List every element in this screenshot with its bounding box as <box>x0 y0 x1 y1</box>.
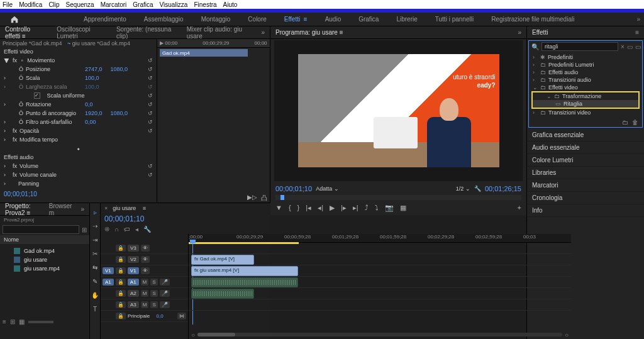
menu-edit[interactable]: Modifica <box>19 1 42 8</box>
track-master[interactable]: 🔒Principale 0,0⋈ <box>101 311 188 322</box>
fx-folder-video-transitions[interactable]: ›🗀Transizioni video <box>529 109 642 116</box>
bin-item[interactable]: Gad ok.mp4 <box>3 247 87 255</box>
fx-volume-row[interactable]: ›fx Volume↺ <box>4 162 153 170</box>
reset-icon[interactable]: ↺ <box>148 75 153 81</box>
effects-search-input[interactable] <box>541 42 618 51</box>
tab-effect-controls[interactable]: Controllo effetti ≡ <box>5 26 48 40</box>
anchor-row[interactable]: Ŏ Punto di ancoraggio1920,0 1080,0↺ <box>4 109 153 118</box>
bin-item[interactable]: giu usare <box>3 255 87 264</box>
reset-icon[interactable]: ↺ <box>148 172 153 178</box>
program-scrub-bar[interactable] <box>275 195 521 200</box>
menu-markers[interactable]: Marcatori <box>101 1 127 8</box>
panel-menu-icon[interactable]: ≡ <box>635 29 639 36</box>
panel-essential-sound[interactable]: Audio essenziale <box>527 142 644 154</box>
track-a2[interactable]: 🔒A2MS🎤 <box>101 288 188 299</box>
menu-graphics[interactable]: Grafica <box>133 1 153 8</box>
step-back-icon[interactable]: ◂| <box>318 204 323 212</box>
scale-row[interactable]: ›Ŏ Scala100,0↺ <box>4 74 153 82</box>
menu-window[interactable]: Finestra <box>194 1 216 8</box>
reset-icon[interactable]: ↺ <box>148 163 153 169</box>
ec-timecode[interactable]: 00;00;01;10 <box>0 189 157 199</box>
track-a3[interactable]: 🔒A3MS🎤 <box>101 299 188 311</box>
fx-subfolder-transform[interactable]: ⌄🗀Trasformazione <box>533 92 638 100</box>
menu-sequence[interactable]: Sequenza <box>66 1 94 8</box>
comparison-view-icon[interactable]: ▦ <box>400 204 406 212</box>
clip-v1[interactable]: fx giu usare.mp4 [V] <box>191 266 298 276</box>
clip-a1[interactable] <box>191 277 298 287</box>
track-a1[interactable]: A1🔒A1MS🎤 <box>101 277 188 288</box>
program-viewport[interactable]: uturo è straordieady? <box>274 40 523 181</box>
tab-lumetri-scopes[interactable]: Oscilloscopi Lumetri <box>57 26 108 40</box>
type-tool[interactable]: T <box>90 304 100 314</box>
app-menu-bar[interactable]: File Modifica Clip Sequenza Marcatori Gr… <box>0 0 644 9</box>
tab-source[interactable]: Sorgente: (nessuna clip) <box>116 26 178 40</box>
reset-icon[interactable]: ↺ <box>148 101 153 108</box>
panel-history[interactable]: Cronologia <box>527 192 644 204</box>
fx-time-remap-row[interactable]: ›fx Modifica tempo <box>4 135 153 144</box>
position-row[interactable]: Ŏ Posizione2747,0 1080,0↺ <box>4 65 153 74</box>
panel-info[interactable]: Info <box>527 204 644 217</box>
list-view-icon[interactable]: ≡ <box>3 318 6 325</box>
project-search-input[interactable] <box>3 225 79 234</box>
wrench-icon[interactable]: 🔧 <box>143 226 151 233</box>
fx-folder-lumetri-presets[interactable]: ›🗀Predefiniti Lumetri <box>529 61 642 69</box>
ws-graphics[interactable]: Grafica <box>358 16 379 23</box>
bin-icon[interactable]: ⊞ <box>82 226 87 233</box>
flicker-row[interactable]: ›Ŏ Filtro anti-sfarfallio0,00↺ <box>4 118 153 126</box>
panel-essential-graphics[interactable]: Grafica essenziale <box>527 129 644 142</box>
icon-view-icon[interactable]: ⊞ <box>10 318 15 325</box>
new-bin-icon[interactable]: 🗀 <box>622 119 628 126</box>
fx-folder-audio-transitions[interactable]: ›🗀Transizioni audio <box>529 76 642 84</box>
tab-program[interactable]: Programma: giu usare ≡ <box>275 29 343 36</box>
selection-tool[interactable]: ▹ <box>90 207 100 217</box>
ws-media-record[interactable]: Registrazione file multimediali <box>491 16 574 23</box>
ws-learning[interactable]: Apprendimento <box>84 16 126 23</box>
ec-clip-bar[interactable]: Gad ok.mp4 <box>160 49 248 57</box>
ws-libraries[interactable]: Librerie <box>396 16 417 23</box>
panel-markers[interactable]: Marcatori <box>527 179 644 192</box>
mark-out-icon[interactable]: } <box>297 204 300 211</box>
fx-channel-volume-row[interactable]: ›fx Volume canale↺ <box>4 170 153 179</box>
play-icon[interactable]: ▶ <box>330 204 335 212</box>
linked-selection-icon[interactable]: ∩ <box>114 226 119 233</box>
button-editor-icon[interactable]: + <box>518 204 521 211</box>
fx-panning-row[interactable]: › Panning <box>4 179 153 188</box>
menu-clip[interactable]: Clip <box>48 1 59 8</box>
track-select-tool[interactable]: ⇢ <box>90 221 100 231</box>
reset-icon[interactable]: ↺ <box>148 92 153 99</box>
program-tc-left[interactable]: 00;00;01;10 <box>275 185 312 192</box>
fit-dropdown[interactable]: Adatta ⌄ <box>316 186 339 192</box>
snap-icon[interactable]: ❊ <box>104 226 109 233</box>
fx-opacity-row[interactable]: ›fx Opacità↺ <box>4 126 153 135</box>
ec-time-ruler[interactable]: ▶ 00;00 00;00;29;29 00;00 <box>157 39 270 48</box>
ws-audio[interactable]: Audio <box>325 16 341 23</box>
tab-media-browser[interactable]: Browser m <box>49 203 72 216</box>
menu-help[interactable]: Aiuto <box>223 1 238 8</box>
ripple-edit-tool[interactable]: ⇥ <box>90 235 100 245</box>
hand-tool[interactable]: ✋ <box>90 290 100 300</box>
ws-editing[interactable]: Montaggio <box>201 16 231 23</box>
delete-icon[interactable]: 🗑 <box>632 119 638 126</box>
track-v1[interactable]: V1🔒V1👁 <box>101 265 188 277</box>
wrench-icon[interactable]: 🔧 <box>474 186 481 192</box>
reset-icon[interactable]: ↺ <box>148 128 153 134</box>
fx-folder-audio-effects[interactable]: ›🗀Effetti audio <box>529 69 642 76</box>
fx-badge-icon[interactable]: ▭ <box>627 43 633 50</box>
bin-item[interactable]: giu usare.mp4 <box>3 264 87 273</box>
zoom-slider[interactable] <box>28 321 53 323</box>
go-in-icon[interactable]: |◂ <box>306 204 311 212</box>
ws-color[interactable]: Colore <box>248 16 266 23</box>
menu-file[interactable]: File <box>3 1 13 8</box>
zoom-dropdown[interactable]: 1/2 ⌄ <box>456 186 470 192</box>
timeline-tracks[interactable]: ;00;0000;00;29;2900;00;59;2800;01;29;280… <box>189 234 571 339</box>
mark-in-icon[interactable]: { <box>289 204 291 211</box>
reset-icon[interactable]: ↺ <box>148 57 153 64</box>
panel-overflow-icon[interactable]: » <box>261 29 265 36</box>
ec-play-icon[interactable]: ▶▷ <box>247 194 257 203</box>
timeline-zoom-scrollbar[interactable] <box>197 333 235 336</box>
workspace-overflow-icon[interactable]: » <box>636 16 640 23</box>
uniform-scale-checkbox[interactable] <box>34 92 40 99</box>
ws-effects[interactable]: Effetti ≡ <box>284 16 308 23</box>
fx-folder-video-effects[interactable]: ⌄🗀Effetti video <box>529 84 642 91</box>
timeline-ruler[interactable]: ;00;0000;00;29;2900;00;59;2800;01;29;280… <box>189 234 571 243</box>
